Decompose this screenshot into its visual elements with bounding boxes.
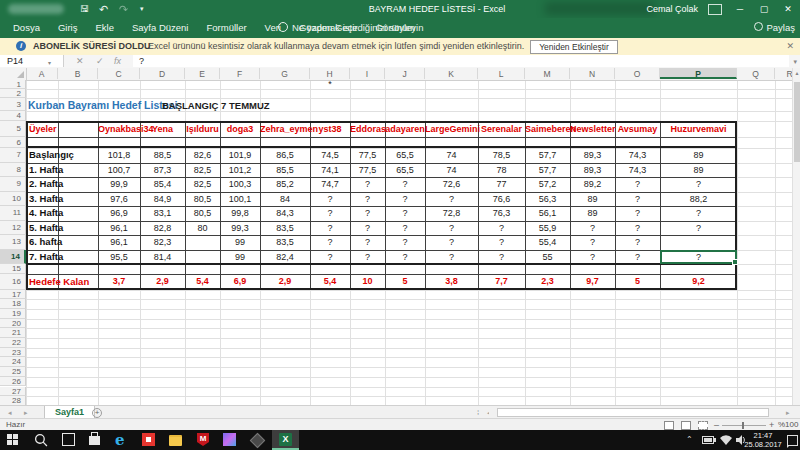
- table-cell[interactable]: 99,8: [220, 206, 260, 221]
- wifi-icon[interactable]: [720, 435, 732, 450]
- row-header-26[interactable]: 26: [0, 377, 26, 387]
- new-sheet-button[interactable]: +: [92, 408, 102, 418]
- table-cell[interactable]: ?: [310, 221, 350, 236]
- table-cell[interactable]: ?: [615, 250, 660, 265]
- redo-icon[interactable]: ↷: [119, 1, 128, 17]
- table-cell[interactable]: 85,2: [260, 177, 310, 192]
- table-cell[interactable]: 85,4: [140, 177, 185, 192]
- table-header-12[interactable]: Newsletter: [570, 124, 615, 134]
- table-cell[interactable]: 83,1: [140, 206, 185, 221]
- vertical-scroll-thumb[interactable]: [794, 82, 800, 162]
- table-cell[interactable]: 65,5: [385, 148, 425, 163]
- table-cell[interactable]: 82,5: [185, 163, 220, 178]
- store-button[interactable]: [81, 430, 108, 450]
- start-button[interactable]: [0, 430, 27, 450]
- table-cell[interactable]: 56,1: [525, 206, 570, 221]
- table-header-4[interactable]: doga3: [220, 124, 260, 134]
- scroll-up-icon[interactable]: ▲: [793, 70, 800, 76]
- row-header-11[interactable]: 11: [0, 206, 26, 221]
- reactivate-button[interactable]: Yeniden Etkinleştir: [530, 40, 618, 54]
- page-break-view-icon[interactable]: [698, 421, 708, 430]
- row-header-3[interactable]: 3: [0, 98, 26, 111]
- table-footer-cell[interactable]: 2,9: [140, 274, 185, 290]
- table-footer-cell[interactable]: 3,7: [98, 274, 140, 290]
- excel-taskbar-button[interactable]: X: [272, 430, 299, 450]
- table-cell[interactable]: 96,1: [98, 221, 140, 236]
- table-cell[interactable]: 89,2: [570, 177, 615, 192]
- table-cell[interactable]: 99: [220, 250, 260, 265]
- table-header-14[interactable]: Huzurvemavi: [660, 124, 737, 134]
- table-row-label[interactable]: 5. Hafta: [26, 221, 63, 236]
- tab-sayfa-d-zeni[interactable]: Sayfa Düzeni: [123, 18, 198, 38]
- row-header-22[interactable]: 22: [0, 338, 26, 348]
- close-button[interactable]: ✕: [776, 0, 800, 18]
- row-header-16[interactable]: 16: [0, 274, 26, 290]
- table-cell[interactable]: 65,5: [385, 163, 425, 178]
- undo-icon[interactable]: ↶: [99, 1, 108, 17]
- table-row-label[interactable]: 7. Hafta: [26, 250, 63, 265]
- horizontal-scroll-thumb[interactable]: [497, 408, 769, 417]
- tab-dosya[interactable]: Dosya: [4, 18, 49, 38]
- column-header-p[interactable]: P: [660, 68, 737, 79]
- insert-function-icon[interactable]: fx: [114, 55, 121, 68]
- media-app-button[interactable]: [135, 430, 162, 450]
- name-box-arrow-icon[interactable]: ▾: [48, 59, 51, 66]
- table-cell[interactable]: 89,3: [570, 148, 615, 163]
- table-cell[interactable]: 86,5: [260, 148, 310, 163]
- column-header-q[interactable]: Q: [737, 68, 775, 79]
- column-header-j[interactable]: J: [385, 68, 425, 79]
- table-cell[interactable]: ?: [310, 235, 350, 250]
- formula-input[interactable]: ?: [133, 55, 789, 67]
- table-cell[interactable]: ?: [425, 250, 478, 265]
- table-row-label[interactable]: 6. hafta: [26, 235, 62, 250]
- row-header-18[interactable]: 18: [0, 299, 26, 309]
- table-header-10[interactable]: Serenalar: [478, 124, 525, 134]
- column-header-i[interactable]: I: [350, 68, 385, 79]
- row-header-7[interactable]: 7: [0, 148, 26, 163]
- column-header-h[interactable]: H: [310, 68, 350, 79]
- worksheet-grid[interactable]: ABCDEFGHIJKLMNOPQR1234567891011121314151…: [0, 68, 792, 405]
- table-cell[interactable]: ?: [660, 221, 737, 236]
- table-cell[interactable]: 96,9: [98, 206, 140, 221]
- file-explorer-button[interactable]: [162, 430, 189, 450]
- table-cell[interactable]: 83,5: [260, 235, 310, 250]
- search-button[interactable]: [27, 430, 54, 450]
- table-cell[interactable]: 88,2: [660, 192, 737, 207]
- table-cell[interactable]: 72,8: [425, 206, 478, 221]
- table-cell[interactable]: 89: [660, 163, 737, 178]
- table-cell[interactable]: 99,9: [98, 177, 140, 192]
- column-header-l[interactable]: L: [478, 68, 525, 79]
- table-header-11[interactable]: Saimeberen: [525, 124, 570, 134]
- table-cell[interactable]: 85,5: [260, 163, 310, 178]
- table-cell[interactable]: 74: [425, 163, 478, 178]
- table-cell[interactable]: 74,3: [615, 163, 660, 178]
- table-cell[interactable]: ?: [660, 177, 737, 192]
- tray-expand-icon[interactable]: ⌃: [686, 430, 693, 450]
- column-header-c[interactable]: C: [98, 68, 140, 79]
- table-header-5[interactable]: Zehra_eymen: [260, 124, 310, 134]
- ribbon-display-options-icon[interactable]: [708, 4, 722, 15]
- table-cell[interactable]: ?: [385, 235, 425, 250]
- table-cell[interactable]: 88,5: [140, 148, 185, 163]
- normal-view-icon[interactable]: [664, 421, 674, 430]
- tab-giri-[interactable]: Giriş: [49, 18, 87, 38]
- column-header-b[interactable]: B: [58, 68, 98, 79]
- cancel-icon[interactable]: ✕: [76, 55, 84, 68]
- table-footer-cell[interactable]: 10: [350, 274, 385, 290]
- row-header-15[interactable]: 15: [0, 264, 26, 274]
- table-cell[interactable]: ?: [310, 250, 350, 265]
- table-cell[interactable]: ?: [350, 235, 385, 250]
- table-cell[interactable]: ?: [478, 221, 525, 236]
- edge-button[interactable]: e: [108, 430, 135, 450]
- table-cell[interactable]: ?: [478, 235, 525, 250]
- row-header-12[interactable]: 12: [0, 221, 26, 236]
- table-header-8[interactable]: adayaren: [385, 124, 425, 134]
- column-header-r[interactable]: R: [775, 68, 792, 79]
- name-box[interactable]: P14: [0, 55, 64, 67]
- table-cell[interactable]: 99,3: [220, 221, 260, 236]
- column-header-k[interactable]: K: [425, 68, 478, 79]
- column-header-m[interactable]: M: [525, 68, 570, 79]
- table-cell[interactable]: 74,5: [310, 148, 350, 163]
- row-header-19[interactable]: 19: [0, 309, 26, 319]
- row-header-20[interactable]: 20: [0, 319, 26, 329]
